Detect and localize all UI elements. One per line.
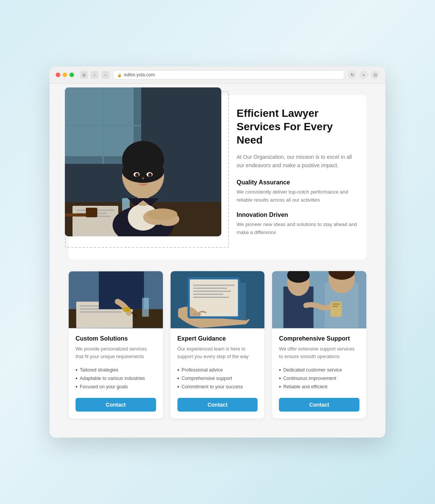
contact-button-1[interactable]: Contact (76, 398, 156, 412)
feature-innovation-title: Innovation Driven (237, 212, 359, 218)
card-title-2: Expert Guidance (177, 335, 258, 342)
minimize-button[interactable] (63, 73, 67, 77)
svg-rect-42 (193, 291, 231, 292)
card-list-1: Tailored strategies Adaptable to various… (76, 366, 156, 391)
svg-rect-2 (65, 87, 134, 156)
list-item: Professional advice (177, 366, 258, 374)
browser-content: Efficient Lawyer Services For Every Need… (50, 84, 385, 438)
list-item: Continuous improvement (279, 374, 359, 383)
back-button[interactable]: ‹ (91, 71, 98, 79)
list-item: Tailored strategies (76, 366, 156, 374)
card-body-2: Expert Guidance Our experienced team is … (171, 328, 265, 418)
svg-rect-31 (80, 312, 122, 313)
svg-point-20 (148, 173, 152, 177)
feature-innovation: Innovation Driven We pioneer new ideas a… (237, 212, 359, 237)
list-item: Reliable and efficient (279, 383, 359, 391)
list-item: Comprehensive support (177, 374, 258, 383)
hero-image (65, 87, 221, 236)
card-desc-1: We provide personalized services that fi… (76, 345, 156, 360)
svg-rect-25 (86, 208, 97, 217)
list-item: Adaptable to various industries (76, 374, 156, 383)
close-button[interactable] (56, 73, 60, 77)
more-options-button[interactable]: ⊡ (371, 71, 379, 79)
traffic-lights (56, 73, 74, 77)
card-image-1 (69, 271, 163, 328)
svg-rect-41 (193, 288, 227, 289)
card-image-3 (272, 271, 366, 328)
card-title-1: Custom Solutions (76, 335, 156, 342)
card-desc-3: We offer extensive support services to e… (279, 345, 359, 360)
sidebar-toggle[interactable]: ⊟ (80, 71, 88, 79)
svg-rect-55 (332, 304, 340, 305)
svg-point-23 (147, 208, 177, 220)
card-list-2: Professional advice Comprehensive suppor… (177, 366, 258, 391)
hero-section: Efficient Lawyer Services For Every Need… (69, 95, 366, 260)
svg-rect-56 (332, 306, 338, 307)
list-item: Focused on your goals (76, 383, 156, 391)
card-desc-2: Our experienced team is here to support … (177, 345, 258, 360)
hero-text: Efficient Lawyer Services For Every Need… (237, 95, 366, 244)
card-expert-guidance: Expert Guidance Our experienced team is … (171, 271, 265, 418)
browser-controls: ⊟ ‹ › (80, 71, 109, 79)
card-list-3: Dedicated customer service Continuous im… (279, 366, 359, 391)
browser-window: ⊟ ‹ › 🔒 editor.yola.com ↻ + ⊡ (50, 66, 385, 438)
feature-quality-desc: We consistently deliver top-notch perfor… (237, 188, 359, 204)
hero-subtitle: At Our Organization, our mission is to e… (237, 153, 359, 170)
cards-section: Custom Solutions We provide personalized… (69, 271, 366, 418)
hero-title: Efficient Lawyer Services For Every Need (237, 107, 359, 147)
list-item: Dedicated customer service (279, 366, 359, 374)
feature-quality-title: Quality Assurance (237, 179, 359, 186)
card-title-3: Comprehensive Support (279, 335, 359, 342)
svg-rect-35 (142, 298, 149, 317)
feature-innovation-desc: We pioneer new ideas and solutions to st… (237, 221, 359, 237)
contact-button-3[interactable]: Contact (279, 398, 359, 412)
card-custom-solutions: Custom Solutions We provide personalized… (69, 271, 163, 418)
add-tab-button[interactable]: + (359, 71, 368, 79)
share-button[interactable]: ↻ (348, 71, 356, 79)
card-body-3: Comprehensive Support We offer extensive… (272, 328, 366, 418)
maximize-button[interactable] (69, 73, 74, 77)
card-image-2 (171, 271, 265, 328)
list-item: Commitment to your success (177, 383, 258, 391)
hero-image-container (65, 87, 221, 236)
svg-point-16 (122, 160, 164, 183)
url-text: editor.yola.com (124, 72, 155, 78)
feature-quality: Quality Assurance We consistently delive… (237, 179, 359, 204)
browser-actions: ↻ + ⊡ (348, 71, 379, 79)
lock-icon: 🔒 (117, 73, 122, 77)
card-body-1: Custom Solutions We provide personalized… (69, 328, 163, 418)
svg-rect-44 (193, 297, 229, 298)
browser-chrome: ⊟ ‹ › 🔒 editor.yola.com ↻ + ⊡ (50, 66, 385, 84)
forward-button[interactable]: › (102, 71, 109, 79)
card-comprehensive-support: Comprehensive Support We offer extensive… (272, 271, 366, 418)
svg-point-19 (135, 173, 139, 177)
address-bar[interactable]: 🔒 editor.yola.com (113, 70, 344, 79)
svg-rect-40 (193, 285, 235, 286)
svg-rect-43 (193, 294, 223, 295)
contact-button-2[interactable]: Contact (177, 398, 258, 412)
svg-rect-34 (123, 307, 130, 312)
